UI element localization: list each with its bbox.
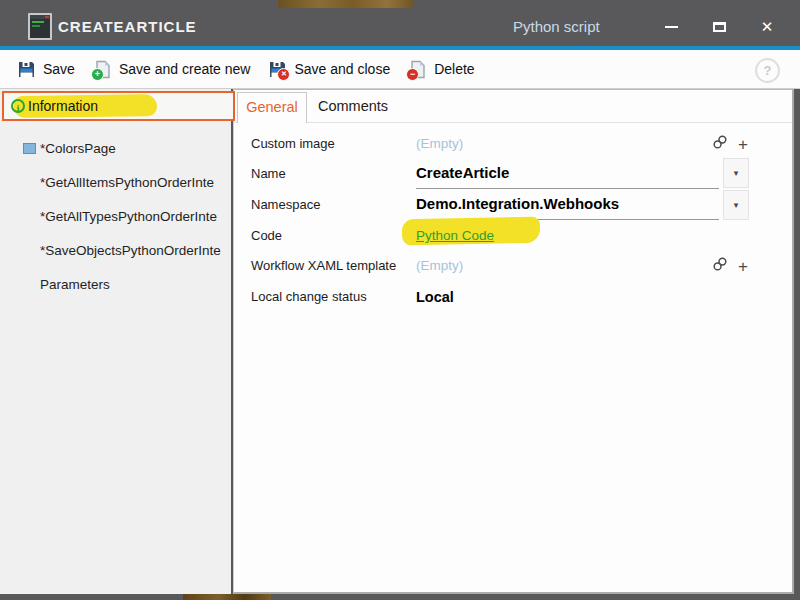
name-field[interactable]: CreateArticle xyxy=(416,158,719,189)
app-icon-code-line xyxy=(32,25,40,27)
close-badge-icon: ✕ xyxy=(277,68,290,81)
namespace-dropdown-button[interactable]: ▾ xyxy=(723,190,749,220)
save-button-label: Save xyxy=(43,61,75,77)
namespace-field[interactable]: Demo.Integration.Webhooks xyxy=(416,189,719,220)
add-icon[interactable]: + xyxy=(738,136,748,153)
sidebar-item-saveobjects[interactable]: *SaveObjectsPythonOrderInte xyxy=(0,236,231,266)
minus-badge-icon: − xyxy=(406,68,419,81)
app-icon-red-dot xyxy=(45,16,49,18)
name-label: Name xyxy=(251,159,286,189)
titlebar: CREATEARTICLE Python script ✕ xyxy=(0,8,800,46)
custom-image-value[interactable]: (Empty) xyxy=(416,129,463,159)
save-and-close-icon: ✕ xyxy=(268,60,287,79)
save-and-create-new-button[interactable]: + Save and create new xyxy=(84,54,260,84)
python-code-link[interactable]: Python Code xyxy=(416,221,494,251)
local-change-status-value: Local xyxy=(416,282,454,312)
custom-image-actions: + xyxy=(712,129,772,159)
help-button[interactable]: ? xyxy=(755,58,780,83)
tab-comments[interactable]: Comments xyxy=(310,92,396,123)
local-change-status-label: Local change status xyxy=(251,282,367,312)
main-panel: General Comments Custom image (Empty) + … xyxy=(233,89,794,594)
save-and-create-new-icon: + xyxy=(93,60,112,79)
close-icon: ✕ xyxy=(761,18,774,36)
desktop-background-top xyxy=(278,0,414,8)
sidebar-item-colorspage[interactable]: *ColorsPage xyxy=(0,134,231,164)
link-icon[interactable] xyxy=(712,134,728,154)
minimize-button[interactable] xyxy=(654,8,688,46)
delete-button-label: Delete xyxy=(434,61,474,77)
delete-button[interactable]: − Delete xyxy=(399,54,483,84)
desktop-background-bottom xyxy=(183,594,271,600)
add-icon[interactable]: + xyxy=(738,258,748,275)
toolbar: Save + Save and create new xyxy=(0,50,800,89)
save-and-close-label: Save and close xyxy=(294,61,390,77)
sidebar-item-getalltypes[interactable]: *GetAllTypesPythonOrderInte xyxy=(0,202,231,232)
maximize-icon xyxy=(713,22,726,32)
sidebar-item-label: *GetAllTypesPythonOrderInte xyxy=(40,202,217,232)
sidebar-item-getallitems[interactable]: *GetAllItemsPythonOrderInte xyxy=(0,168,231,198)
save-icon xyxy=(17,60,36,79)
save-and-create-new-label: Save and create new xyxy=(119,61,251,77)
close-button[interactable]: ✕ xyxy=(750,8,784,46)
sidebar-item-label: Information xyxy=(28,93,98,119)
sidebar-item-label: *GetAllItemsPythonOrderInte xyxy=(40,168,214,198)
namespace-label: Namespace xyxy=(251,190,320,220)
delete-icon: − xyxy=(408,60,427,79)
workflow-xaml-template-value[interactable]: (Empty) xyxy=(416,251,463,281)
sidebar-item-information-selected[interactable]: i Information xyxy=(2,91,235,121)
page-icon xyxy=(23,143,36,154)
workflow-xaml-template-actions: + xyxy=(712,251,772,281)
sidebar-item-parameters[interactable]: Parameters xyxy=(0,270,231,300)
tab-general[interactable]: General xyxy=(237,92,307,123)
app-window: CREATEARTICLE Python script ✕ xyxy=(0,8,800,594)
name-dropdown-button[interactable]: ▾ xyxy=(723,158,749,188)
app-icon xyxy=(28,13,52,40)
screen: CREATEARTICLE Python script ✕ xyxy=(0,0,800,600)
code-label: Code xyxy=(251,221,282,251)
link-icon[interactable] xyxy=(712,256,728,276)
sidebar-tree: *ColorsPage *GetAllItemsPythonOrderInte … xyxy=(0,89,231,594)
minimize-icon xyxy=(665,26,678,28)
workflow-xaml-template-label: Workflow XAML template xyxy=(251,251,396,281)
tab-strip: General Comments xyxy=(234,90,792,123)
save-and-close-button[interactable]: ✕ Save and close xyxy=(259,54,399,84)
maximize-button[interactable] xyxy=(702,8,736,46)
sidebar-item-label: Parameters xyxy=(40,270,110,300)
sidebar-item-label: *ColorsPage xyxy=(40,134,116,164)
sidebar-item-label: *SaveObjectsPythonOrderInte xyxy=(40,236,221,266)
info-icon: i xyxy=(11,99,25,113)
window-title: CREATEARTICLE xyxy=(58,8,197,46)
plus-badge-icon: + xyxy=(91,68,104,81)
app-icon-code-line xyxy=(32,21,44,23)
window-context-label: Python script xyxy=(513,8,600,46)
save-button[interactable]: Save xyxy=(8,54,84,84)
custom-image-label: Custom image xyxy=(251,129,335,159)
